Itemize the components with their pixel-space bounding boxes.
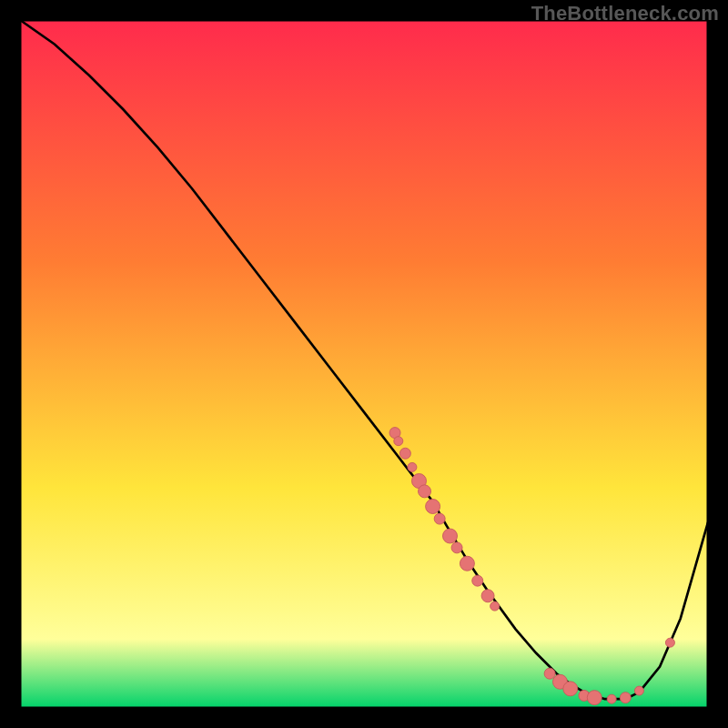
scatter-point bbox=[451, 542, 462, 553]
scatter-point bbox=[426, 499, 440, 513]
scatter-point bbox=[665, 638, 674, 647]
scatter-point bbox=[443, 529, 458, 543]
scatter-point bbox=[394, 437, 403, 446]
bottleneck-chart bbox=[20, 20, 708, 708]
scatter-point bbox=[544, 668, 555, 679]
scatter-point bbox=[587, 691, 602, 705]
chart-background bbox=[20, 20, 708, 708]
scatter-point bbox=[472, 575, 483, 586]
scatter-point bbox=[563, 682, 578, 696]
scatter-point bbox=[399, 448, 410, 459]
watermark-text: TheBottleneck.com bbox=[531, 2, 719, 25]
scatter-point bbox=[419, 485, 431, 498]
scatter-point bbox=[434, 513, 445, 524]
scatter-point bbox=[634, 686, 643, 695]
scatter-point bbox=[620, 693, 631, 703]
scatter-point bbox=[490, 602, 500, 611]
scatter-point bbox=[460, 556, 474, 571]
scatter-point bbox=[607, 694, 616, 703]
scatter-point bbox=[408, 462, 417, 471]
scatter-point bbox=[481, 590, 494, 602]
